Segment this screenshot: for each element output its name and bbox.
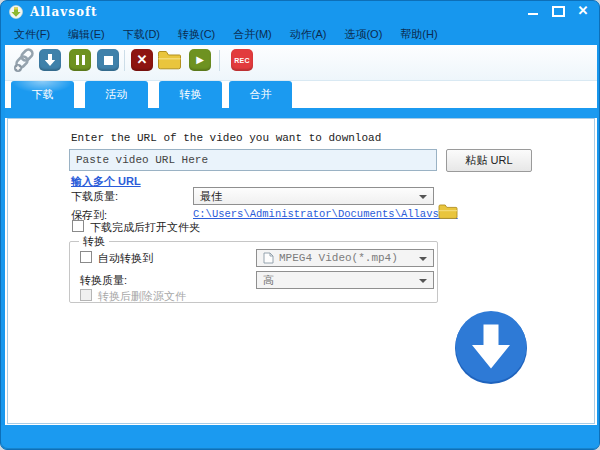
menu-item-convert[interactable]: 转换(C): [169, 24, 224, 45]
folder-icon: [157, 50, 182, 70]
convert-format-value: MPEG4 Video(*.mp4): [279, 252, 398, 264]
pause-icon: [76, 55, 85, 65]
add-url-chain-icon[interactable]: [12, 48, 38, 73]
minimize-button[interactable]: [525, 4, 541, 18]
menu-item-edit[interactable]: 编辑(E): [59, 24, 114, 45]
start-download-button[interactable]: [39, 49, 61, 71]
toolbar-separator: [124, 50, 125, 71]
delete-source-checkbox: [80, 289, 92, 301]
play-icon: ▶: [196, 50, 204, 70]
tab-underline-bar: [5, 108, 597, 118]
pause-button[interactable]: [69, 49, 91, 71]
file-icon: [263, 252, 274, 264]
menu-item-action[interactable]: 动作(A): [281, 24, 336, 45]
auto-convert-checkbox[interactable]: [80, 251, 92, 263]
close-button[interactable]: ✕: [575, 4, 591, 18]
open-folder-button[interactable]: [157, 50, 182, 70]
convert-quality-label: 转换质量:: [80, 273, 127, 288]
open-folder-checkbox[interactable]: [72, 220, 84, 232]
url-prompt-label: Enter the URL of the video you want to d…: [71, 132, 381, 144]
app-logo-icon: [9, 5, 23, 19]
download-quality-select[interactable]: 最佳: [193, 187, 434, 205]
convert-quality-select[interactable]: 高: [256, 271, 434, 289]
window-title: Allavsoft: [30, 5, 98, 19]
open-folder-checkbox-label: 下载完成后打开文件夹: [90, 220, 200, 235]
menu-item-file[interactable]: 文件(F): [5, 24, 59, 45]
download-quality-label: 下载质量:: [71, 189, 118, 204]
stop-button[interactable]: [97, 49, 119, 71]
convert-group-title: 转换: [79, 234, 109, 249]
chevron-down-icon: [419, 279, 427, 283]
chevron-down-icon: [419, 257, 427, 261]
delete-button[interactable]: ✕: [131, 49, 153, 71]
save-path-link[interactable]: C:\Users\Administrator\Documents\Allavso…: [193, 208, 458, 220]
record-button[interactable]: REC: [231, 49, 253, 71]
multiple-urls-link[interactable]: 输入多个 URL: [71, 174, 141, 189]
tab-download[interactable]: 下载: [11, 81, 74, 110]
browse-folder-button[interactable]: [438, 204, 458, 219]
stop-icon: [104, 56, 113, 65]
toolbar: ✕ ▶ REC: [5, 45, 597, 81]
folder-icon: [438, 204, 458, 219]
convert-quality-value: 高: [263, 273, 274, 288]
chevron-down-icon: [419, 195, 427, 199]
maximize-button[interactable]: [550, 4, 566, 18]
convert-format-select[interactable]: MPEG4 Video(*.mp4): [256, 249, 434, 267]
toolbar-separator: [219, 50, 220, 71]
tab-merge[interactable]: 合并: [229, 81, 292, 108]
menu-bar: 文件(F) 编辑(E) 下载(D) 转换(C) 合并(M) 动作(A) 选项(O…: [1, 23, 600, 45]
auto-convert-checkbox-label: 自动转换到: [98, 251, 153, 266]
delete-x-icon: ✕: [137, 50, 148, 70]
menu-item-help[interactable]: 帮助(H): [391, 24, 446, 45]
status-bar: [1, 425, 600, 450]
window-controls: ✕: [525, 4, 591, 18]
download-quality-value: 最佳: [200, 189, 222, 204]
play-button[interactable]: ▶: [189, 49, 211, 71]
big-download-button[interactable]: [453, 309, 529, 385]
paste-url-button[interactable]: 粘贴 URL: [446, 149, 532, 172]
menu-item-download[interactable]: 下载(D): [114, 24, 169, 45]
menu-item-options[interactable]: 选项(O): [335, 24, 391, 45]
tab-activity[interactable]: 活动: [85, 81, 148, 108]
tab-convert[interactable]: 转换: [159, 81, 222, 108]
menu-item-merge[interactable]: 合并(M): [224, 24, 281, 45]
delete-source-checkbox-label: 转换后删除源文件: [98, 289, 186, 304]
titlebar: Allavsoft ✕: [1, 1, 599, 23]
url-input[interactable]: [69, 149, 437, 171]
app-window: Allavsoft ✕ 文件(F) 编辑(E) 下载(D) 转换(C) 合并(M…: [0, 0, 600, 450]
